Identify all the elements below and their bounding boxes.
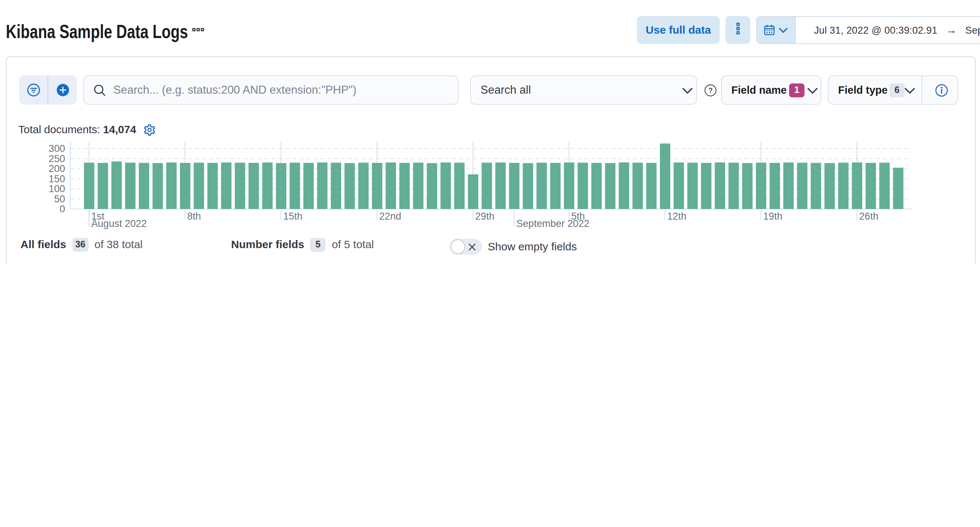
svg-text:200: 200 bbox=[49, 163, 65, 174]
svg-text:19th: 19th bbox=[763, 211, 783, 222]
svg-text:50: 50 bbox=[54, 193, 65, 204]
svg-text:August 2022: August 2022 bbox=[91, 218, 147, 229]
svg-text:22nd: 22nd bbox=[379, 211, 401, 222]
svg-text:29th: 29th bbox=[476, 211, 495, 222]
svg-text:12th: 12th bbox=[667, 211, 687, 222]
svg-text:?: ? bbox=[708, 86, 713, 94]
svg-text:8th: 8th bbox=[187, 211, 201, 222]
svg-text:0: 0 bbox=[60, 203, 65, 214]
svg-text:300: 300 bbox=[49, 143, 65, 154]
svg-text:15th: 15th bbox=[283, 211, 303, 222]
svg-text:100: 100 bbox=[49, 184, 65, 194]
svg-text:250: 250 bbox=[49, 153, 65, 164]
svg-text:150: 150 bbox=[49, 174, 65, 184]
svg-text:26th: 26th bbox=[859, 211, 879, 222]
svg-text:September 2022: September 2022 bbox=[516, 218, 589, 229]
